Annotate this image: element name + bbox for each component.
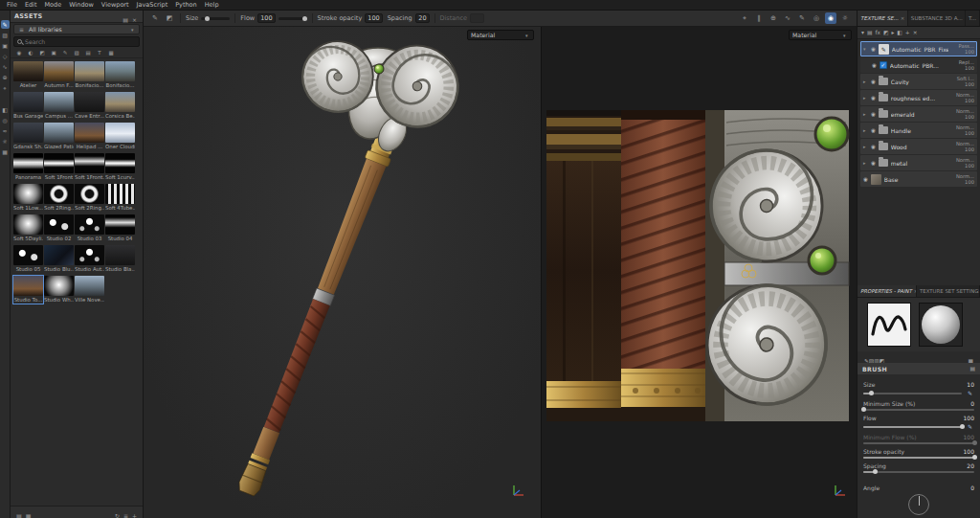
opacity-value[interactable]: 100 (965, 146, 974, 153)
geometry-mask-tool-icon[interactable]: ◧ (1, 105, 10, 114)
asset-item[interactable]: Glazed Patio (44, 123, 74, 150)
camera-icon[interactable]: ◎ (811, 12, 822, 24)
symmetry-icon[interactable]: ⊕ (768, 12, 779, 24)
asset-item[interactable]: Helipad ... (75, 123, 104, 150)
asset-item[interactable]: Soft 2Ring... (44, 184, 74, 212)
menu-item[interactable]: Mode (40, 0, 65, 10)
asset-item[interactable]: Soft 1Front (44, 153, 74, 181)
list-view-icon[interactable]: ▤ (14, 512, 24, 518)
add-effect-icon[interactable]: fx (875, 30, 880, 35)
visibility-eye-icon[interactable]: ◉ (871, 46, 876, 52)
channels-icon[interactable]: ▤ (867, 30, 872, 35)
menu-item[interactable]: File (3, 0, 21, 10)
asset-item[interactable]: Panorama (13, 153, 43, 181)
asset-item[interactable]: Studio 05 (13, 245, 43, 273)
param-value[interactable]: 0 (970, 400, 974, 407)
asset-item[interactable]: Gdansk Sh... (13, 123, 43, 150)
panel-options-icon[interactable]: ≡ (122, 512, 130, 518)
viewport-3d[interactable]: Material ▾ (144, 27, 541, 518)
visibility-eye-icon[interactable]: ◉ (871, 160, 876, 166)
menu-item[interactable]: Help (201, 0, 223, 10)
tab-texture-set[interactable]: TEXTURE SE... × (858, 11, 908, 26)
menu-item[interactable]: Window (65, 0, 98, 10)
opacity-value[interactable]: 100 (965, 114, 974, 121)
asset-item[interactable]: Studio 02 (44, 214, 74, 242)
material-picker-tool-icon[interactable]: ⌖ (1, 83, 10, 92)
filter-projects-icon[interactable]: ◐ (26, 50, 35, 56)
preset-list-icon[interactable]: ▤ (970, 366, 975, 372)
add-resource-icon[interactable]: + (130, 512, 139, 518)
layer-row[interactable]: ▾ ▸ ◉ ✎ ✓ metal Norm... 100 (860, 155, 977, 170)
expand-caret-icon[interactable]: ▾ (863, 46, 868, 52)
add-fill-layer-icon[interactable]: ◧ (897, 30, 902, 35)
expand-caret-icon[interactable]: ▸ (863, 160, 868, 166)
filter-materials-icon[interactable]: ◩ (37, 50, 47, 56)
brush-preset-icon[interactable]: ✎ (149, 12, 161, 24)
spacing-value[interactable]: 20 (415, 13, 430, 23)
param-slider[interactable] (863, 471, 974, 473)
param-slider[interactable] (863, 457, 974, 459)
stylus-pressure-icon[interactable]: ✎ (796, 12, 808, 24)
asset-item[interactable]: Bus Garage (13, 92, 43, 120)
filter-view-icon[interactable]: ▦ (106, 50, 116, 56)
asset-item[interactable]: Studio Wh... (44, 276, 74, 304)
asset-item[interactable]: Studio 03 (75, 214, 104, 242)
material-sphere-preview[interactable] (919, 303, 963, 347)
tab-third[interactable]: T... (966, 11, 980, 26)
filter-textures-icon[interactable]: ▤ (83, 50, 93, 56)
visibility-eye-icon[interactable]: ◉ (871, 111, 876, 117)
asset-item[interactable]: Studio Aut... (75, 245, 104, 273)
opacity-value[interactable]: 100 (965, 49, 974, 56)
smudge-tool-icon[interactable]: ∿ (1, 62, 10, 71)
visibility-eye-icon[interactable]: ◉ (872, 62, 877, 68)
filter-alphas-icon[interactable]: ▨ (72, 50, 81, 56)
visibility-eye-icon[interactable]: ◉ (871, 79, 876, 84)
projection-tool-icon[interactable]: ▣ (1, 41, 10, 50)
expand-caret-icon[interactable]: ▸ (863, 127, 868, 133)
param-slider[interactable] (863, 442, 974, 444)
param-slider[interactable] (863, 426, 962, 428)
add-smart-material-icon[interactable]: ◩ (883, 30, 888, 35)
param-value[interactable]: 100 (964, 415, 974, 421)
panel-menu-icon[interactable]: ▤ (121, 16, 130, 23)
filter-brushes-icon[interactable]: ✎ (60, 50, 70, 56)
layer-row[interactable]: ▾ ▸ ◉ ✎ ✓ emerald Norm... 100 (860, 106, 977, 122)
layer-row[interactable]: ▾ ▸ ◉ ✎ ✓ Cavity Soft l... 100 (860, 74, 977, 89)
stroke-opacity-value[interactable]: 100 (365, 13, 382, 23)
expand-caret-icon[interactable]: ▸ (863, 111, 868, 117)
asset-item[interactable]: Bonifacio... (105, 61, 135, 89)
visibility-eye-icon[interactable]: ◉ (871, 144, 876, 149)
opacity-value[interactable]: 100 (965, 163, 974, 169)
asset-item[interactable]: Atelier (13, 61, 43, 89)
expand-caret-icon[interactable]: ▸ (863, 79, 868, 84)
opacity-value[interactable]: 100 (965, 130, 974, 137)
layer-row[interactable]: ▾ ▸ ◉ ✎ ✓ Automatic_PBR... Repl... 100 (860, 57, 977, 73)
asset-item[interactable]: Soft 5Dayli... (13, 214, 43, 242)
asset-item[interactable]: Ville Nove... (75, 276, 104, 304)
param-value[interactable]: 100 (964, 448, 974, 455)
menu-item[interactable]: Python (171, 0, 201, 10)
quick-mask-tool-icon[interactable]: ◎ (1, 116, 10, 124)
asset-item[interactable]: Studio Bla... (105, 245, 135, 273)
layer-checkbox[interactable]: ✓ (880, 61, 887, 69)
stylus-link-icon[interactable]: ✎ (966, 423, 974, 430)
paint-mode-icon[interactable]: ◉ (825, 12, 836, 24)
layer-row[interactable]: ▾ ▸ ◉ ✎ ✓ Automatic_PBR_Fixer Pass... 10… (860, 41, 977, 56)
add-folder-icon[interactable]: ▸ (891, 30, 894, 35)
param-slider[interactable] (863, 409, 974, 411)
expand-caret-icon[interactable]: ▸ (863, 144, 868, 149)
tab-substance-assets[interactable]: SUBSTANCE 3D A... (908, 11, 966, 26)
angle-dial[interactable] (908, 494, 929, 515)
visibility-eye-icon[interactable]: ◉ (871, 95, 876, 101)
menu-item[interactable]: Edit (21, 0, 41, 10)
brush-section-header[interactable]: BRUSH ▤ (858, 363, 980, 374)
asset-item[interactable]: Cave Entr... (75, 92, 104, 120)
param-value[interactable]: 10 (967, 381, 974, 388)
filter-smart-materials-icon[interactable]: ▣ (49, 50, 58, 56)
close-icon[interactable]: × (130, 16, 139, 23)
library-dropdown[interactable]: ≡ All libraries ▾ (13, 24, 140, 34)
layer-row[interactable]: ▾ ▸ ◉ ✎ ✓ roughness ed... Norm... 100 (860, 90, 977, 105)
eraser-tool-icon[interactable]: ▨ (1, 31, 10, 39)
tab-texture-set-settings[interactable]: TEXTURE SET SETTINGS (917, 285, 980, 297)
channel-view-dropdown[interactable]: Material ▾ (789, 30, 852, 40)
